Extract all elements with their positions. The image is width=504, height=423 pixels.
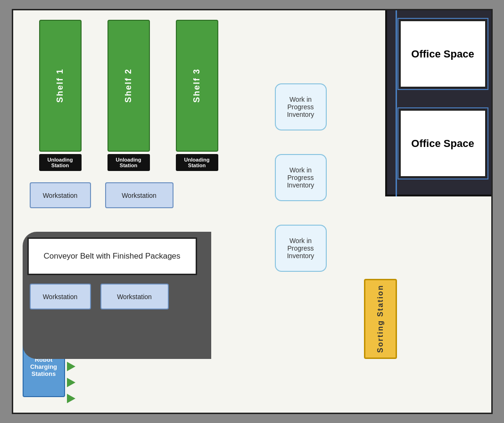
shelf-2-label: Shelf 2 bbox=[124, 68, 133, 103]
shelf-1-label: Shelf 1 bbox=[55, 68, 65, 103]
wip-inventory-1: Work in Progress Inventory bbox=[275, 83, 327, 130]
shelf-3-label: Shelf 3 bbox=[192, 68, 202, 103]
shelf-2: Shelf 2 bbox=[107, 20, 150, 152]
workstation-bottom-2: Workstation bbox=[100, 284, 169, 309]
main-canvas: Shelf 1 Shelf 2 Shelf 3 Unloading Statio… bbox=[12, 9, 493, 414]
workstation-top-2: Workstation bbox=[105, 182, 174, 208]
unloading-station-1: Unloading Station bbox=[39, 154, 82, 171]
unloading-station-2: Unloading Station bbox=[107, 154, 150, 171]
office-area-outer: Office Space Office Space bbox=[385, 10, 491, 196]
office-space-2: Office Space bbox=[399, 109, 487, 178]
arrow-4 bbox=[67, 378, 75, 387]
conveyor-belt-box: Conveyor Belt with Finished Packages bbox=[27, 237, 197, 275]
arrow-5 bbox=[67, 394, 75, 403]
shelf-3: Shelf 3 bbox=[176, 20, 218, 152]
shelf-1: Shelf 1 bbox=[39, 20, 82, 152]
wip-inventory-3: Work in Progress Inventory bbox=[275, 225, 327, 272]
workstation-bottom-1: Workstation bbox=[30, 284, 91, 309]
workstation-top-1: Workstation bbox=[30, 182, 91, 208]
sorting-station: Sorting Station bbox=[364, 279, 397, 359]
arrow-3 bbox=[67, 362, 75, 371]
wip-inventory-2: Work in Progress Inventory bbox=[275, 154, 327, 201]
office-blue-line bbox=[396, 10, 397, 196]
unloading-station-3: Unloading Station bbox=[176, 154, 218, 171]
office-space-1: Office Space bbox=[399, 20, 487, 88]
